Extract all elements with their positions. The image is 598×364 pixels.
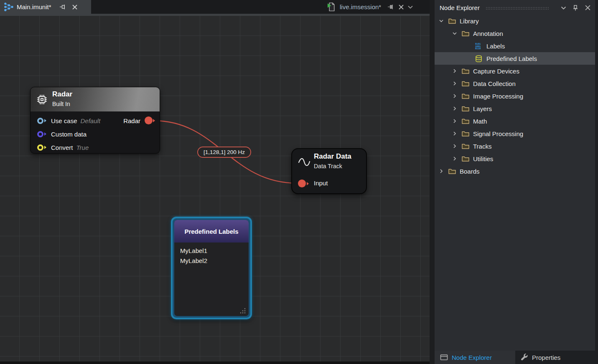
tree-item-label: Image Processing: [473, 93, 523, 100]
tree-item-label: Signal Processing: [473, 130, 523, 137]
close-icon[interactable]: [398, 4, 404, 10]
node-radar-subtitle: Built In: [52, 101, 70, 107]
port-custom-data-label: Custom data: [51, 131, 87, 138]
chevron-right-icon[interactable]: [452, 106, 458, 111]
chevron-right-icon[interactable]: [452, 81, 458, 86]
pin-icon[interactable]: [572, 5, 579, 11]
folder-icon: [461, 81, 469, 86]
node-predefined-labels-title: Predefined Labels: [184, 228, 238, 235]
tree-item-label: Math: [473, 118, 487, 125]
tree-item-tracks[interactable]: Tracks: [435, 140, 595, 152]
tree-item-data-collection[interactable]: Data Collection: [435, 77, 595, 90]
port-arrow-icon: [307, 182, 309, 185]
port-convert-label: Convert: [51, 144, 73, 151]
bottom-tab-node-explorer[interactable]: Node Explorer: [435, 351, 515, 364]
chevron-right-icon[interactable]: [452, 119, 458, 124]
tree-item-label: Library: [460, 18, 479, 25]
chevron-right-icon[interactable]: [452, 144, 458, 149]
tree-item-label: Layers: [473, 105, 492, 112]
port-use-case[interactable]: [37, 118, 43, 124]
chevron-right-icon[interactable]: [452, 94, 458, 99]
port-custom-data[interactable]: [37, 131, 43, 137]
chevron-down-icon[interactable]: [452, 31, 458, 36]
tree-item-layers[interactable]: Layers: [435, 102, 595, 115]
tree-item-label: Tracks: [473, 143, 491, 150]
chevron-right-icon[interactable]: [452, 156, 458, 161]
port-input-label: Input: [314, 179, 328, 187]
tree-item-predefined-labels[interactable]: Predefined Labels: [435, 52, 595, 65]
tab-main-imunit[interactable]: Main.imunit*: [0, 0, 91, 14]
port-input[interactable]: [298, 179, 306, 187]
tree-item-labels[interactable]: 010110010110 Labels: [435, 40, 595, 52]
node-radar-data-title: Radar Data: [314, 152, 351, 161]
graph-file-icon: [3, 2, 14, 12]
port-arrow-icon: [44, 119, 46, 122]
folder-icon: [461, 118, 469, 124]
editor-tab-bar: Main.imunit* live.imsession*: [0, 0, 430, 14]
tree-item-signal-processing[interactable]: Signal Processing: [435, 127, 595, 140]
canvas-bottom-track: [0, 361, 430, 364]
sine-wave-icon: [298, 157, 310, 167]
folder-icon: [461, 143, 469, 149]
folder-icon: [461, 131, 469, 136]
resize-grip-icon[interactable]: [240, 308, 246, 313]
output-radar-label: Radar: [123, 117, 140, 124]
close-icon[interactable]: [72, 4, 78, 10]
close-icon[interactable]: [585, 5, 591, 11]
chevron-right-icon[interactable]: [438, 169, 444, 174]
tree-item-annotation[interactable]: Annotation: [435, 27, 595, 40]
tree-item-label: Capture Devices: [473, 68, 519, 75]
node-library-tree: Library Annotation 010110010110 Labels: [435, 15, 595, 177]
panel-splitter[interactable]: [430, 0, 435, 364]
node-graph-canvas[interactable]: Radar Built In Use case Default Radar Cu…: [0, 16, 430, 361]
predefined-label-item: MyLabel2: [180, 256, 207, 266]
port-convert[interactable]: [37, 144, 43, 151]
wrench-icon: [521, 354, 528, 361]
port-convert-value: True: [76, 144, 89, 151]
bottom-tab-label: Properties: [532, 354, 560, 361]
node-radar-title: Radar: [52, 90, 72, 99]
bottom-tab-label: Node Explorer: [452, 354, 492, 361]
tree-item-label: Labels: [486, 43, 505, 50]
tree-item-boards[interactable]: Boards: [435, 165, 595, 177]
bottom-tab-properties[interactable]: Properties: [515, 351, 567, 364]
panel-drag-grip[interactable]: [486, 7, 549, 10]
port-arrow-icon: [44, 132, 46, 136]
node-radar-data-subtitle: Data Track: [314, 163, 342, 169]
chevron-down-icon[interactable]: [561, 6, 566, 10]
folder-icon: [461, 93, 469, 99]
node-radar-data[interactable]: Radar Data Data Track Input: [291, 148, 367, 194]
folder-icon: [448, 18, 456, 24]
tree-item-math[interactable]: Math: [435, 115, 595, 127]
node-radar-header[interactable]: Radar Built In: [31, 87, 160, 111]
pinned-icon[interactable]: [387, 4, 394, 10]
tab-live-imsession[interactable]: live.imsession*: [327, 0, 430, 14]
tab-main-label: Main.imunit*: [17, 3, 51, 10]
chevron-down-icon[interactable]: [438, 18, 444, 23]
chevron-down-icon[interactable]: [408, 5, 413, 9]
tree-item-utilities[interactable]: Utilities: [435, 152, 595, 165]
predefined-label-item: MyLabel1: [180, 246, 207, 256]
database-icon: [475, 55, 483, 62]
folder-icon: [448, 168, 456, 174]
port-radar-output[interactable]: [145, 116, 153, 124]
folder-icon: [461, 68, 469, 74]
panel-title: Node Explorer: [440, 4, 480, 11]
tree-item-label: Annotation: [473, 30, 503, 37]
node-explorer-panel: Node Explorer Library: [435, 0, 598, 364]
svg-text:0110: 0110: [475, 47, 481, 50]
tree-item-label: Boards: [460, 168, 480, 175]
tab-session-label: live.imsession*: [340, 3, 381, 10]
chevron-right-icon[interactable]: [452, 131, 458, 136]
node-predefined-labels-header[interactable]: Predefined Labels: [174, 220, 249, 243]
node-radar[interactable]: Radar Built In Use case Default Radar Cu…: [30, 87, 160, 154]
chevron-right-icon[interactable]: [452, 68, 458, 73]
tree-item-capture-devices[interactable]: Capture Devices: [435, 65, 595, 77]
tree-item-label: Predefined Labels: [486, 55, 537, 62]
binary-labels-icon: 010110010110: [475, 43, 483, 50]
tree-item-image-processing[interactable]: Image Processing: [435, 90, 595, 102]
tree-item-library[interactable]: Library: [435, 15, 595, 27]
pin-icon[interactable]: [59, 4, 66, 10]
node-predefined-labels[interactable]: Predefined Labels MyLabel1 MyLabel2: [171, 217, 252, 319]
port-use-case-value: Default: [81, 117, 101, 124]
